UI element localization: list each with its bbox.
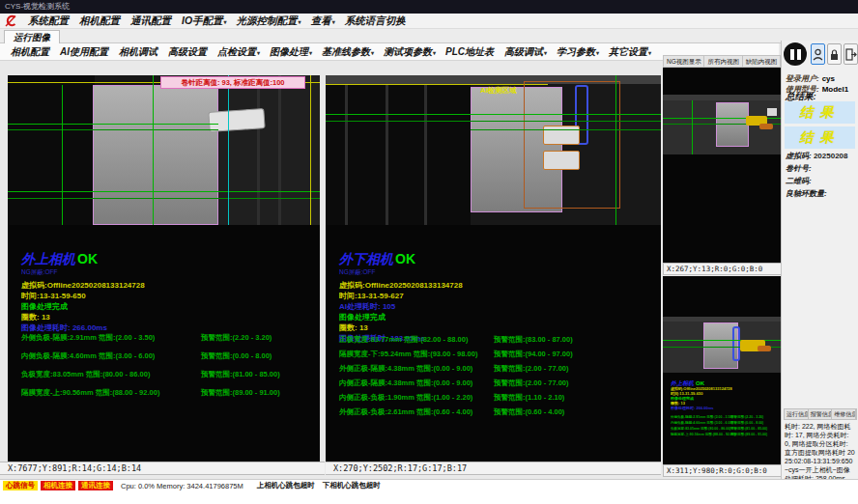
cpu-memory-readout: Cpu: 0.0% Memory: 3424.41796875M (121, 482, 243, 490)
runtime-log: 耗时: 222, 网络检图耗时: 17, 网络分类耗时: 0, 网络提取分区耗时… (785, 422, 856, 483)
preview-tab[interactable]: NG视图显示 (664, 56, 704, 67)
info-tab[interactable]: 维修信息 (832, 409, 856, 419)
camera-view-left[interactable]: 卷针距离值: 93, 标准距离值:100 外上相机OK NG屏蔽:OFF 虚拟码… (8, 75, 320, 462)
field-label: 卷针号: (786, 164, 812, 173)
toolbar-button[interactable]: AI使用配置 (55, 45, 114, 59)
status-badge: 通讯连接 (78, 481, 113, 490)
menu-item[interactable]: 查看▾ (306, 14, 340, 28)
chevron-down-icon: ▾ (544, 50, 547, 56)
toolbar-button[interactable]: 相机调试 (114, 45, 163, 59)
toolbar-button-label: 图像处理 (270, 46, 308, 57)
measurement-row: 负极宽度:83.05mm 范围:(80.00 - 86.00)预警范围:(81.… (21, 363, 280, 381)
chevron-down-icon: ▾ (433, 50, 436, 56)
measurement-rows-center: 正极宽度:83.77mm 范围:(82.00 - 88.00)预警范围:(83.… (339, 328, 573, 415)
toolbar-button[interactable]: 其它设置▾ (604, 45, 656, 59)
capture-time: 时间:13-31-59-627 (339, 291, 463, 301)
preview-image (663, 95, 782, 154)
chevron-down-icon: ▾ (224, 19, 227, 25)
window-title: CYS-视觉检测系统 (5, 2, 70, 11)
menu-item[interactable]: 通讯配置 (126, 14, 177, 28)
info-tab[interactable]: 运行信息 (785, 409, 809, 419)
chevron-down-icon: ▾ (299, 19, 301, 25)
warning-range: 预警范围:(89.00 - 91.00) (201, 388, 280, 398)
toolbar-button[interactable]: 高级设置 (163, 45, 213, 59)
menu-item-label: 光源控制配置 (237, 14, 298, 26)
toolbar-button[interactable]: 点检设置▾ (213, 45, 265, 59)
user-login-button[interactable] (811, 43, 825, 65)
pixel-readout-preview1: X:267;Y:13;R:0;G:0;B:0 (663, 263, 782, 275)
result-box-1: 结果 (785, 101, 855, 124)
chevron-down-icon: ▾ (332, 19, 335, 25)
camera-result-title: 外下相机OK (339, 251, 463, 268)
measurement-row: 外侧正极-隔膜:4.38mm 范围:(0.00 - 9.00)预警范围:(2.0… (339, 357, 573, 372)
status-badge: 心跳信号 (3, 481, 38, 490)
measurement-row: 内侧正极-隔膜:4.38mm 范围:(0.00 - 9.00)预警范围:(2.0… (339, 372, 573, 386)
heartbeat-warning-bottom: 下相机心跳包超时 (323, 481, 381, 490)
menu-item[interactable]: IO手配置▾ (177, 14, 232, 28)
panel-field: 二维码: (786, 176, 848, 188)
result-ok-badge: OK (77, 251, 98, 266)
app-logo-icon (4, 14, 17, 27)
chevron-down-icon: ▾ (371, 50, 374, 56)
camera-image-left: 卷针距离值: 93, 标准距离值:100 (8, 75, 320, 225)
menu-item-label: 查看 (311, 14, 331, 26)
preview-tab[interactable]: 所有内视图 (704, 56, 742, 67)
menu-items: 系统配置 相机配置 通讯配置 IO手配置▾ 光源控制配置▾ 查看▾ 系统语言切换 (23, 14, 412, 28)
preview-result-view[interactable]: 外上相机OK 虚拟码:Offline20250208133124728 时间:1… (663, 276, 782, 464)
camera-image-center: AI检测区域 (326, 75, 661, 225)
preview-result-text: 外上相机OK 虚拟码:Offline20250208133124728 时间:1… (671, 380, 779, 437)
warning-range: 预警范围:(0.00 - 8.00) (201, 351, 272, 361)
measurement-rows-left: 外侧负极-隔膜:2.91mm 范围:(2.00 - 3.50)预警范围:(2.2… (21, 326, 280, 400)
toolbar-button-label: 测试项参数 (384, 46, 432, 57)
distance-overlay-label: 卷针距离值: 93, 标准距离值:100 (160, 76, 305, 89)
pause-button[interactable] (784, 42, 807, 66)
pause-icon (797, 49, 801, 60)
model-value: Model1 (822, 85, 849, 94)
tab-blob (543, 126, 580, 145)
process-done-status: 图像处理完成 (21, 301, 145, 312)
virtual-code: 虚拟码:Offline20250208133134728 (339, 280, 463, 291)
cell-region-outline (93, 85, 218, 225)
menu-item[interactable]: 系统配置 (23, 14, 74, 28)
warning-range: 预警范围:(0.60 - 4.00) (494, 407, 564, 417)
preview-tab[interactable]: 缺陷内视图 (743, 56, 781, 67)
pause-icon (790, 49, 794, 60)
measurement-row: 内侧正极-负极:1.90mm 范围:(1.00 - 2.20)预警范围:(1.1… (339, 386, 573, 401)
status-bar: 心跳信号 相机连接 通讯连接 Cpu: 0.0% Memory: 3424.41… (0, 479, 858, 491)
field-label: 二维码: (786, 177, 812, 185)
menu-item[interactable]: 相机配置 (74, 14, 126, 28)
toolbar-button[interactable]: 测试项参数▾ (379, 45, 441, 59)
menu-item[interactable]: 系统语言切换 (340, 14, 412, 28)
ai-region-label: AI检测区域 (480, 86, 517, 96)
pixel-readout-preview2: X:311;Y:980;R:0;G:0;B:0 (663, 464, 782, 477)
toolbar-button[interactable]: 相机配置 (6, 45, 55, 59)
toolbar-button[interactable]: 基准线参数▾ (317, 45, 379, 59)
status-badges: 心跳信号 相机连接 通讯连接 (3, 481, 113, 490)
edge-line-cyan (228, 75, 229, 225)
warning-range: 预警范围:(2.20 - 3.20) (201, 333, 272, 343)
ng-mask-status: NG屏蔽:OFF (339, 268, 463, 277)
lock-button[interactable] (827, 43, 842, 65)
result-box-2: 结果 (785, 126, 855, 149)
ng-mask-status: NG屏蔽:OFF (21, 268, 145, 277)
camera-view-center[interactable]: AI检测区域 外下相机OK NG屏蔽:OFF 虚拟码:Offline202502… (326, 75, 661, 462)
tab-blob (543, 151, 580, 170)
info-tab[interactable]: 报警信息 (809, 409, 833, 419)
measurement-row: 外侧负极-隔膜:2.91mm 范围:(2.00 - 3.50)预警范围:(2.2… (21, 326, 280, 345)
toolbar-button[interactable]: 高级调试▾ (500, 45, 552, 59)
tab-run-image[interactable]: 运行图像 (4, 30, 60, 43)
menu-item[interactable]: 光源控制配置▾ (232, 14, 306, 28)
exit-button[interactable] (844, 43, 858, 65)
measurement-value: 负极宽度:83.05mm 范围:(80.00 - 86.00) (21, 370, 201, 379)
process-done-status: 图像处理完成 (339, 312, 463, 322)
measurement-row: 隔膜宽度-下:95.24mm 范围:(93.00 - 98.00)预警范围:(9… (339, 343, 573, 357)
info-tab-bar: 运行信息 报警信息 维修信息 (784, 408, 857, 420)
pixel-readout-center: X:270;Y:2502;R:17;G:17;B:17 (326, 462, 661, 475)
toolbar-button[interactable]: 学习参数▾ (552, 45, 604, 59)
measurement-row: 隔膜宽度-上:90.56mm 范围:(88.00 - 92.00)预警范围:(8… (21, 381, 280, 400)
toolbar-button[interactable]: 图像处理▾ (265, 45, 317, 59)
preview-ng-view[interactable] (663, 68, 782, 263)
toolbar-button[interactable]: PLC地址表 (441, 45, 500, 59)
virtual-code: 虚拟码:Offline20250208133124728 (21, 280, 145, 291)
chevron-down-icon: ▾ (257, 50, 260, 56)
